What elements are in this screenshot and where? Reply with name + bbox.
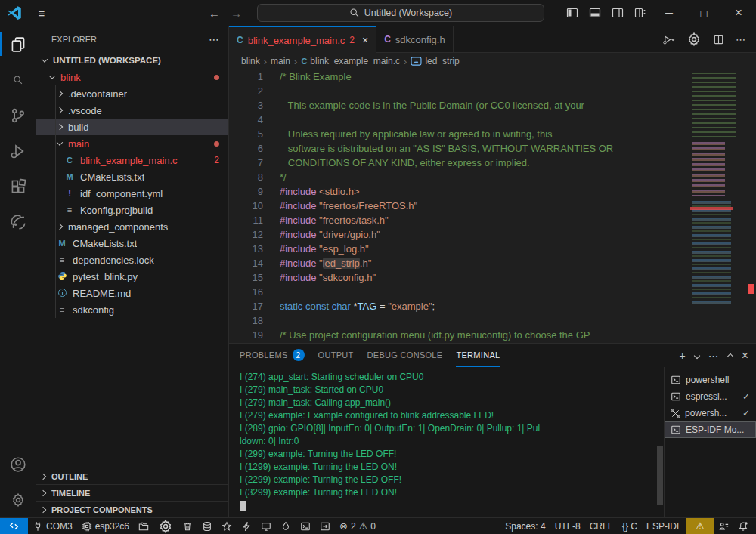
- status-idf-terminal[interactable]: [296, 518, 315, 534]
- layout-sidebar-icon[interactable]: [561, 0, 584, 26]
- terminal-session-espressi[interactable]: espressi...✓: [665, 388, 756, 405]
- activity-item-account[interactable]: [0, 446, 36, 482]
- terminal-dropdown-icon[interactable]: [693, 352, 699, 358]
- status-serial-port[interactable]: COM3: [28, 518, 77, 534]
- overview-ruler[interactable]: [747, 69, 756, 343]
- status-label: Spaces: 4: [505, 521, 545, 532]
- status-problems[interactable]: ⊗2⚠0: [335, 518, 380, 534]
- breadcrumb-item-blink[interactable]: blink: [241, 56, 260, 66]
- activity-item-gear[interactable]: [0, 482, 36, 517]
- tree-item-build[interactable]: build: [36, 119, 228, 135]
- layout-customize-icon[interactable]: [629, 0, 652, 26]
- terminal-line: I (1299) example: Turning the LED ON!: [240, 461, 656, 474]
- tree-item-vscode[interactable]: .vscode: [36, 102, 228, 119]
- tree-item-sdkconfig[interactable]: ≡sdkconfig: [36, 301, 228, 318]
- status-esp-idf[interactable]: ESP-IDF: [642, 518, 686, 534]
- editor-action-ellipsis-icon[interactable]: ⋯: [736, 35, 745, 45]
- status-feedback[interactable]: [714, 518, 733, 534]
- status-menuconfig[interactable]: [153, 518, 178, 534]
- editor-action-gear-icon[interactable]: [686, 32, 702, 47]
- activity-item-search[interactable]: [0, 62, 36, 97]
- tree-item-kconfig-projbuild[interactable]: ≡Kconfig.projbuild: [36, 202, 228, 218]
- panel-tab-problems[interactable]: PROBLEMS2: [240, 344, 305, 367]
- status-encoding[interactable]: UTF-8: [550, 518, 585, 534]
- status-language-mode[interactable]: {} C: [618, 518, 642, 534]
- forward-arrow-icon[interactable]: →: [231, 7, 242, 20]
- terminal-output[interactable]: I (274) app_start: Starting scheduler on…: [229, 367, 656, 517]
- tree-item-main[interactable]: main: [36, 135, 228, 152]
- status-remote[interactable]: [0, 518, 28, 534]
- minimap[interactable]: [689, 73, 746, 308]
- layout-sidebar-right-icon[interactable]: [606, 0, 629, 26]
- status-indentation[interactable]: Spaces: 4: [500, 518, 550, 534]
- terminal-box-icon: [671, 391, 681, 402]
- new-terminal-icon[interactable]: +: [679, 350, 685, 362]
- tree-item-managed-components[interactable]: managed_components: [36, 218, 228, 235]
- section-outline[interactable]: OUTLINE: [36, 468, 228, 484]
- close-panel-icon[interactable]: ×: [742, 349, 748, 363]
- breadcrumb-item-led-strip[interactable]: led_strip: [411, 56, 459, 66]
- activity-item-source-control[interactable]: [0, 97, 36, 133]
- back-arrow-icon[interactable]: ←: [209, 7, 220, 20]
- tree-item-idf-component-yml[interactable]: !idf_component.yml: [36, 185, 228, 202]
- breadcrumb-item-blink-example-main-c[interactable]: Cblink_example_main.c: [301, 56, 400, 66]
- activity-item-extensions[interactable]: [0, 168, 36, 204]
- scrollbar-thumb[interactable]: [657, 446, 663, 505]
- maximize-button[interactable]: □: [686, 0, 721, 26]
- tree-item-blink-example-main-c[interactable]: Cblink_example_main.c2: [36, 152, 228, 168]
- minimize-button[interactable]: ─: [652, 0, 686, 26]
- menu-icon[interactable]: ≡: [29, 7, 54, 20]
- status-device-target[interactable]: esp32c6: [77, 518, 134, 534]
- terminal-session-esp-idf-mo[interactable]: ESP-IDF Mo...: [665, 421, 756, 438]
- more-actions-icon[interactable]: ⋯: [209, 33, 219, 45]
- layout-panel-icon[interactable]: [584, 0, 606, 26]
- tab-sdkconfig-h[interactable]: Csdkconfig.h: [376, 26, 453, 52]
- activity-item-run-debug[interactable]: [0, 133, 36, 168]
- activity-item-espressif[interactable]: [0, 204, 36, 239]
- terminal-session-powersh[interactable]: powersh...✓: [665, 405, 756, 421]
- panel-tab-output[interactable]: OUTPUT: [318, 344, 354, 367]
- chevron-down-icon: [49, 73, 55, 79]
- status-warning-status[interactable]: ⚠: [686, 518, 714, 534]
- status-run-command[interactable]: [315, 518, 335, 534]
- status-qemu[interactable]: [217, 518, 237, 534]
- maximize-panel-icon[interactable]: [727, 353, 733, 360]
- errors-icon: ⊗: [339, 520, 348, 532]
- tree-item-label: sdkconfig: [73, 304, 114, 316]
- terminal-session-powershell[interactable]: powershell: [665, 372, 756, 388]
- command-center-search[interactable]: Untitled (Workspace): [257, 4, 544, 22]
- session-label: powershell: [686, 375, 729, 385]
- status-notifications[interactable]: [733, 518, 753, 534]
- status-build-flash-monitor[interactable]: [276, 518, 296, 534]
- status-eol[interactable]: CRLF: [585, 518, 618, 534]
- tree-item-readme-md[interactable]: README.md: [36, 285, 228, 301]
- panel-tab-terminal[interactable]: TERMINAL: [456, 344, 500, 367]
- editor-action-run-dropdown-icon[interactable]: [662, 34, 675, 45]
- terminal-scrollbar[interactable]: [656, 367, 664, 517]
- panel-tab-debug-console[interactable]: DEBUG CONSOLE: [367, 344, 443, 367]
- tree-item-devcontainer[interactable]: .devcontainer: [36, 85, 228, 102]
- status-flash[interactable]: [237, 518, 256, 534]
- status-monitor[interactable]: [256, 518, 276, 534]
- tree-item-dependencies-lock[interactable]: ≡dependencies.lock: [36, 252, 228, 268]
- tree-item-pytest-blink-py[interactable]: pytest_blink.py: [36, 268, 228, 285]
- tab-blink-example-main-c[interactable]: Cblink_example_main.c2×: [229, 26, 376, 53]
- section-project-components[interactable]: PROJECT COMPONENTS: [36, 501, 228, 517]
- close-tab-icon[interactable]: ×: [362, 34, 368, 46]
- section-timeline[interactable]: TIMELINE: [36, 484, 228, 501]
- status-project-folder[interactable]: [134, 518, 153, 534]
- code-token: "freertos/task.h": [319, 215, 389, 226]
- activity-item-files[interactable]: [0, 26, 36, 62]
- tree-item-blink[interactable]: blink: [36, 69, 228, 85]
- editor-action-split-editor-icon[interactable]: [713, 34, 724, 45]
- tree-item-cmakelists-txt[interactable]: MCMakeLists.txt: [36, 235, 228, 252]
- tree-item-cmakelists-txt[interactable]: MCMakeLists.txt: [36, 168, 228, 185]
- tree-item-untitled-workspace[interactable]: UNTITLED (WORKSPACE): [36, 52, 228, 69]
- status-full-clean[interactable]: [178, 518, 197, 534]
- panel-more-icon[interactable]: ⋯: [708, 350, 719, 362]
- breadcrumb-item-main[interactable]: main: [271, 56, 290, 66]
- code-editor[interactable]: 1/* Blink Example23 This example code is…: [229, 69, 756, 343]
- status-erase-flash[interactable]: [197, 518, 217, 534]
- close-button[interactable]: ×: [721, 0, 756, 26]
- excl-file-icon: !: [64, 189, 76, 198]
